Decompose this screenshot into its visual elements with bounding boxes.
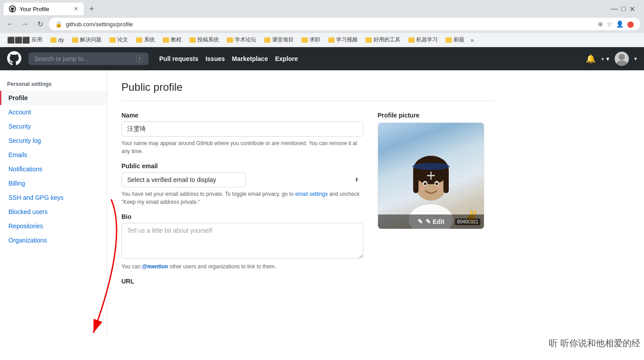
bookmark-folder-icon [264,37,270,43]
sidebar-item-emails[interactable]: Emails [0,148,107,162]
bookmark-dy-label: dy [58,37,64,43]
email-settings-link[interactable]: email settings [295,191,328,197]
bookmark-tougao[interactable]: 投稿系统 [186,35,222,45]
translate-icon[interactable]: ⊕ [598,20,603,28]
search-slash: / [136,55,143,62]
extension-icon[interactable]: ⬤ [627,20,634,28]
bookmark-lunwen-label: 论文 [117,36,128,44]
bookmark-qiuzhi-label: 求职 [310,36,320,44]
bookmark-folder-icon [408,37,415,43]
profile-picture-section: Profile picture [378,112,493,292]
bookmark-folder-icon [446,37,452,43]
new-tab-button[interactable]: + [85,3,98,15]
svg-point-1 [616,61,627,66]
address-bar-icons: ⊕ ☆ 👤 ⬤ [598,20,634,28]
plus-icon: + [426,166,435,185]
header-right: 🔔 + ▾ ▾ [586,52,637,66]
bookmark-dy[interactable]: dy [47,36,68,44]
edit-label: ✎ Edit [426,218,444,225]
nav-pull-requests[interactable]: Pull requests [159,55,198,62]
bio-label: Bio [121,213,363,220]
main-content: Public profile Name Your name may appear… [107,70,507,337]
sidebar-item-security-log[interactable]: Security log [0,133,107,148]
bookmark-xueshu[interactable]: 学术论坛 [223,35,260,45]
name-field-group: Name Your name may appear around GitHub … [121,112,363,155]
bookmark-folder-icon [136,37,142,43]
bookmark-folder-icon [72,37,78,43]
nav-explore[interactable]: Explore [275,55,298,62]
refresh-button[interactable]: ↻ [34,18,46,30]
github-header: Search or jump to... / Pull requests Iss… [0,47,644,70]
email-select[interactable]: Select a verified email to display [121,172,246,187]
sidebar-section-title: Personal settings [0,77,107,91]
bookmark-jiuewenti[interactable]: 解决问题 [68,35,105,45]
profile-form: Name Your name may appear around GitHub … [121,112,363,292]
public-email-label: Public email [121,162,363,170]
user-avatar[interactable] [615,52,629,66]
svg-rect-8 [443,169,449,193]
svg-point-0 [619,54,625,60]
svg-point-15 [438,186,443,190]
sidebar-item-notifications[interactable]: Notifications [0,162,107,176]
bookmark-star-icon[interactable]: ☆ [607,20,612,28]
profile-layout: Name Your name may appear around GitHub … [121,112,493,292]
lock-icon: 🔒 [55,21,62,28]
bookmark-folder-icon [50,37,56,43]
create-button[interactable]: + ▾ [601,55,609,62]
avatar-dropdown[interactable]: ▾ [634,56,637,62]
forward-button[interactable]: → [19,18,31,30]
bookmark-qiuzhi[interactable]: 求职 [298,35,324,45]
url-text: github.com/settings/profile [66,21,133,28]
sidebar-item-organizations[interactable]: Organizations [0,233,107,247]
public-email-group: Public email Select a verified email to … [121,162,363,206]
profile-pic-background: ✌ + [378,123,484,229]
tab-close-button[interactable]: ✕ [74,6,78,12]
bookmark-jiaocheng-label: 教程 [171,36,181,44]
close-button[interactable]: ✕ [629,5,635,13]
sidebar-item-account[interactable]: Account [0,105,107,119]
name-input[interactable] [121,121,363,137]
nav-issues[interactable]: Issues [205,55,225,62]
bookmark-lunwen[interactable]: 论文 [106,35,132,45]
notifications-bell[interactable]: 🔔 [586,54,596,64]
bio-textarea[interactable] [121,223,363,259]
sidebar-item-ssh-gpg[interactable]: SSH and GPG keys [0,190,107,205]
address-bar[interactable]: 🔒 github.com/settings/profile ⊕ ☆ 👤 ⬤ [49,18,640,30]
bookmark-jiuewenti-label: 解决问题 [80,36,101,44]
sidebar-item-security[interactable]: Security [0,119,107,133]
sidebar-item-blocked-users[interactable]: Blocked users [0,205,107,219]
sidebar-item-profile[interactable]: Profile [0,91,107,105]
bookmarks-more[interactable]: » [471,36,474,44]
bookmark-apps-label: 应用 [32,36,42,44]
bookmark-tools[interactable]: 好用的工具 [362,35,404,45]
bookmark-folder-icon [328,37,334,43]
bookmark-tools-label: 好用的工具 [374,36,400,44]
bookmark-folder-icon [109,37,116,43]
profile-icon[interactable]: 👤 [616,20,624,28]
bookmark-jiaocheng[interactable]: 教程 [159,35,185,45]
search-bar[interactable]: Search or jump to... / [28,53,149,65]
page-title: Public profile [121,81,493,101]
sidebar-item-repositories[interactable]: Repositories [0,219,107,233]
bio-field-group: Bio You can @mention other users and org… [121,213,363,271]
bookmark-apps[interactable]: ⬛⬛⬛ 应用 [4,35,46,45]
profile-picture-label: Profile picture [378,112,493,119]
bookmark-shuati[interactable]: 刷题 [442,35,468,45]
bookmark-xuexivideos[interactable]: 学习视频 [325,35,361,45]
back-button[interactable]: ← [4,18,16,30]
mention-text: @mention [142,263,168,270]
github-logo[interactable] [7,51,21,67]
sidebar-item-billing[interactable]: Billing [0,176,107,190]
bookmark-xitong[interactable]: 系统 [133,35,158,45]
bookmark-ketang[interactable]: 课堂项目 [261,35,297,45]
bookmark-ml[interactable]: 机器学习 [405,35,441,45]
bookmark-xuexivideos-label: 学习视频 [336,36,358,44]
minimize-button[interactable]: — [611,5,618,13]
bookmark-tougao-label: 投稿系统 [197,36,219,44]
svg-point-14 [419,186,424,190]
browser-chrome: Your Profile ✕ + — □ ✕ ← → ↻ 🔒 github.co… [0,0,644,47]
maximize-button[interactable]: □ [621,5,626,13]
nav-marketplace[interactable]: Marketplace [232,55,268,62]
bio-help: You can @mention other users and organiz… [121,263,363,271]
active-tab[interactable]: Your Profile ✕ [4,3,84,15]
